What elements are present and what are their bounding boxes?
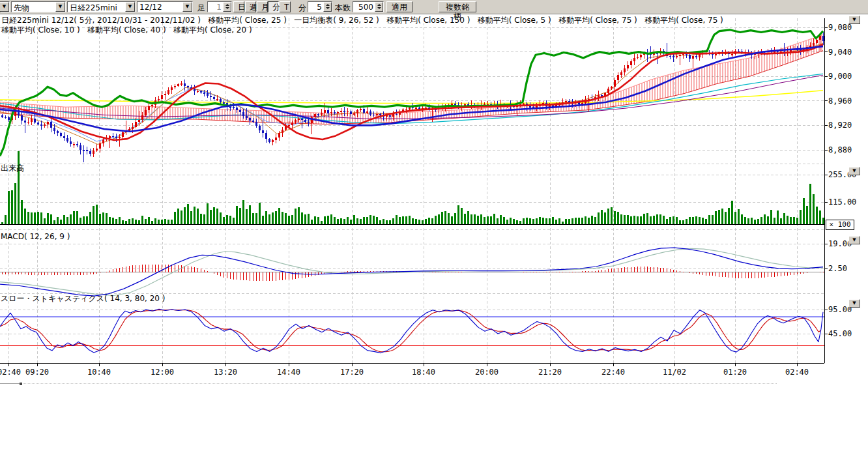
chevron-down-icon: ▼: [852, 237, 856, 242]
scrollbar-track[interactable]: [0, 383, 777, 384]
chart-canvas: [0, 0, 868, 464]
minute-interval-stepper[interactable]: 5: [308, 1, 332, 12]
chevron-down-icon[interactable]: ▼: [182, 2, 192, 12]
toolbar: ▼ 先物 ▼ 日経225mini ▼ 12/12 ▼ 足 1 日 週 月 分 T…: [0, 0, 868, 14]
bar-interval-value: 1: [216, 3, 222, 12]
chevron-down-icon[interactable]: ▼: [55, 2, 65, 12]
volume-multiplier-badge: × 100: [826, 220, 854, 230]
partial-combo-left-edge[interactable]: ▼: [0, 1, 10, 12]
spinner-icon[interactable]: [375, 2, 383, 12]
chevron-down-icon: ▼: [852, 300, 856, 306]
contract-month-value: 12/12: [139, 3, 162, 12]
bar-count-value: 500: [358, 3, 373, 12]
bar-interval-stepper[interactable]: 1: [207, 1, 232, 12]
multi-symbol-button[interactable]: 複数銘柄: [439, 1, 476, 12]
chevron-down-icon[interactable]: ▼: [125, 2, 135, 12]
apply-button[interactable]: 適用: [386, 1, 412, 12]
volume-pane-menu-button[interactable]: ▼: [848, 167, 860, 175]
market-type-select[interactable]: 先物 ▼: [11, 1, 66, 12]
scrollbar-used-segment: [0, 383, 20, 384]
chevron-down-icon: ▼: [852, 17, 856, 22]
symbol-value: 日経225mini: [70, 3, 117, 14]
weekly-bars-button[interactable]: 週: [245, 1, 256, 12]
stoch-pane-menu-button[interactable]: ▼: [848, 299, 860, 308]
chevron-down-icon: ▼: [852, 168, 856, 173]
bar-count-stepper[interactable]: 500: [353, 1, 384, 12]
minute-label: 分: [298, 3, 306, 14]
daily-bars-button[interactable]: 日: [233, 1, 244, 12]
minute-interval-value: 5: [317, 3, 322, 12]
symbol-select[interactable]: 日経225mini ▼: [67, 1, 136, 12]
spinner-icon[interactable]: [223, 2, 231, 12]
minute-bars-button[interactable]: 分: [268, 1, 279, 12]
spinner-icon[interactable]: [323, 2, 332, 12]
tick-bars-button[interactable]: T: [280, 1, 291, 12]
scrollbar-thumb[interactable]: [20, 383, 22, 385]
market-type-value: 先物: [14, 3, 29, 14]
bar-count-label: 本数: [335, 3, 351, 14]
contract-month-select[interactable]: 12/12 ▼: [137, 1, 193, 12]
bar-type-label: 足: [197, 3, 205, 14]
price-pane-menu-button[interactable]: ▼: [848, 16, 860, 24]
chevron-down-icon[interactable]: ▼: [0, 2, 9, 12]
macd-pane-menu-button[interactable]: ▼: [848, 236, 860, 244]
horizontal-scrollbar[interactable]: [0, 382, 777, 386]
monthly-bars-button[interactable]: 月: [257, 1, 268, 12]
